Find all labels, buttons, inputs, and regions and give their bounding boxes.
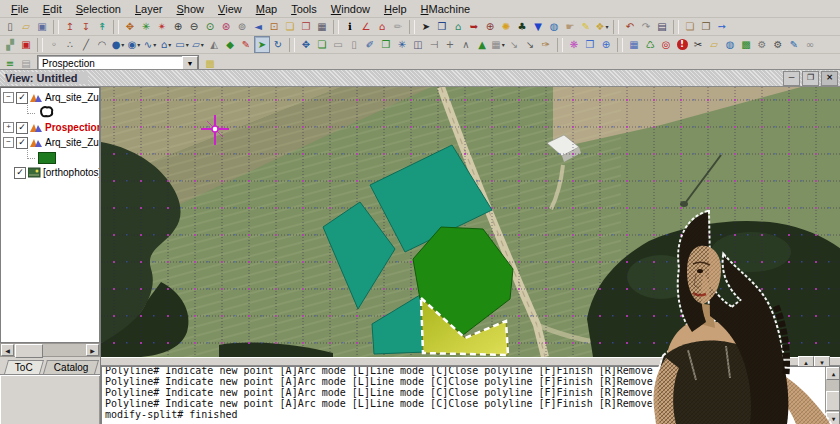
georeferencing-button[interactable]: ♺	[642, 36, 658, 53]
grid-snap-button[interactable]: ▞	[2, 36, 18, 53]
toolbox-button[interactable]: ✂	[690, 36, 706, 53]
raster-tools-button[interactable]: ▩	[738, 36, 754, 53]
insert-point-button[interactable]: ✎	[238, 36, 254, 53]
zoom-to-selection-button[interactable]: ⊛	[218, 18, 234, 35]
draw-rectangle-button[interactable]: ▭▾	[174, 36, 190, 53]
measure-area-button[interactable]: ⌂	[374, 18, 390, 35]
zoom-previous-button[interactable]: ◄	[250, 18, 266, 35]
geoprocess-gears-button[interactable]: ⚙	[770, 36, 786, 53]
select-all-button[interactable]: ◍	[546, 18, 562, 35]
layer-row-Prospection[interactable]: +✓Prospection	[1, 120, 99, 135]
checkbox-Prospection[interactable]: ✓	[16, 122, 28, 134]
open-attribute-window-dropdown-arrow[interactable]: ▾	[605, 19, 608, 34]
menu-selection[interactable]: Selection	[69, 2, 128, 16]
console-scroll-up-button[interactable]: ▲	[826, 367, 840, 380]
complex-geometry-button[interactable]: ◭	[206, 36, 222, 53]
console-scroll-thumb[interactable]	[826, 391, 840, 411]
symbology-button[interactable]: ❋	[566, 36, 582, 53]
command-console[interactable]: Polyline# Indicate new point [A]Arc mode…	[101, 366, 840, 424]
export-image-button[interactable]: ❒	[582, 36, 598, 53]
add-event-theme-button[interactable]: ❐	[298, 18, 314, 35]
zoom-region-button[interactable]: ⊡	[266, 18, 282, 35]
zoom-redraw-button[interactable]: ✴	[154, 18, 170, 35]
minimize-button[interactable]: ─	[783, 71, 800, 86]
hand-point-button[interactable]: ☛	[562, 18, 578, 35]
zoom-pointer-button[interactable]: ⊚	[234, 18, 250, 35]
scroll-right-button[interactable]: ▶	[86, 344, 99, 356]
expander-Arq_site_Zuric[interactable]: −	[3, 137, 14, 148]
draw-polygon-dropdown-arrow[interactable]: ▾	[168, 37, 171, 52]
select-by-zoom-button[interactable]: ⊕	[482, 18, 498, 35]
undo-button[interactable]: ↶	[622, 18, 638, 35]
view-titlebar[interactable]: View: Untitled ─❐✕	[0, 70, 840, 87]
edit-properties-button[interactable]: ✑	[538, 36, 554, 53]
pan-tool-button[interactable]: ✥	[122, 18, 138, 35]
menu-window[interactable]: Window	[324, 2, 377, 16]
matrix-tool-dropdown-arrow[interactable]: ▾	[502, 37, 505, 52]
copy-geometry-button[interactable]: ❏	[314, 36, 330, 53]
crosshair-tool-button[interactable]: +	[442, 36, 458, 53]
draw-ellipse-dropdown-arrow[interactable]: ▾	[137, 37, 140, 52]
layer-row-Arq_site_Zuric[interactable]: −✓Arq_site_Zuric	[1, 135, 99, 150]
console-scrollbar[interactable]: ▲ ▼	[825, 367, 839, 424]
draw-circle-dropdown-arrow[interactable]: ▾	[121, 37, 124, 52]
target-tool-button[interactable]: ◎	[658, 36, 674, 53]
toc-horizontal-scrollbar[interactable]: ◀ ▶	[0, 343, 100, 357]
menu-hmachine[interactable]: HMachine	[414, 2, 478, 16]
edit-pencil-button[interactable]: ✐	[362, 36, 378, 53]
stop-editing-button[interactable]: ▣	[18, 36, 34, 53]
split-geometry-button[interactable]: ◫	[410, 36, 426, 53]
redo-button[interactable]: ↷	[638, 18, 654, 35]
select-by-rectangle-button[interactable]: ❒	[434, 18, 450, 35]
menu-map[interactable]: Map	[249, 2, 284, 16]
export-annotation-button[interactable]: ↥	[62, 18, 78, 35]
rectangle-matrix-button[interactable]: ▯	[346, 36, 362, 53]
draw-polyline-dropdown-arrow[interactable]: ▾	[153, 37, 156, 52]
maximize-button[interactable]: ❐	[802, 71, 819, 86]
error-console-button[interactable]: !	[674, 36, 690, 53]
zoom-to-layer-button[interactable]: ⊙	[202, 18, 218, 35]
menu-tools[interactable]: Tools	[284, 2, 324, 16]
export-link-button[interactable]: ➙	[714, 18, 730, 35]
menu-help[interactable]: Help	[377, 2, 414, 16]
draw-multishape-button[interactable]: ▱▾	[190, 36, 206, 53]
layer-row-Arq_site_Zuric[interactable]: −✓Arq_site_Zuric	[1, 90, 99, 105]
web-map-button[interactable]: ◍	[722, 36, 738, 53]
scroll-thumb[interactable]	[15, 344, 43, 358]
duplicate-feature-button[interactable]: ❒	[378, 36, 394, 53]
draw-multishape-dropdown-arrow[interactable]: ▾	[201, 37, 204, 52]
select-by-lasso-button[interactable]: ➥	[466, 18, 482, 35]
explode-geometry-button[interactable]: ✳	[394, 36, 410, 53]
draw-polyline-button[interactable]: ∿▾	[142, 36, 158, 53]
zoom-out-button[interactable]: ⊖	[186, 18, 202, 35]
new-document-button[interactable]: ▯	[2, 18, 18, 35]
arc-edit-button[interactable]: ∧	[458, 36, 474, 53]
toc-layer-tree[interactable]: −✓Arq_site_Zuric+✓Prospection−✓Arq_site_…	[0, 87, 100, 343]
settings-gear-button[interactable]: ⚙	[754, 36, 770, 53]
paste-document-button[interactable]: ❐	[698, 18, 714, 35]
link-tool-button[interactable]: ∞	[802, 36, 818, 53]
select-by-polygon-button[interactable]: ⌂	[450, 18, 466, 35]
zoom-extents-button[interactable]: ✳	[138, 18, 154, 35]
zoom-in-button[interactable]: ⊕	[170, 18, 186, 35]
select-by-point-button[interactable]: ➤	[418, 18, 434, 35]
tab-catalog[interactable]: Catalog	[43, 360, 99, 374]
attribute-table-button[interactable]: ▤	[654, 18, 670, 35]
rotate-geometry-button[interactable]: ↻	[270, 36, 286, 53]
table-view-button[interactable]: ▦	[626, 36, 642, 53]
draw-arc-button[interactable]: ◠	[94, 36, 110, 53]
draw-point-button[interactable]: ◦	[46, 36, 62, 53]
rectangle-edit-button[interactable]: ▭	[330, 36, 346, 53]
menu-edit[interactable]: Edit	[36, 2, 69, 16]
add-layer-button[interactable]: ❏	[282, 18, 298, 35]
filter-button[interactable]: ▼	[530, 18, 546, 35]
copy-document-button[interactable]: ❏	[682, 18, 698, 35]
draw-rectangle-dropdown-arrow[interactable]: ▾	[186, 37, 189, 52]
select-by-layer-button[interactable]: ♣	[514, 18, 530, 35]
measure-distance-button[interactable]: ∠	[358, 18, 374, 35]
expander-Arq_site_Zuric[interactable]: −	[3, 92, 14, 103]
layer-label[interactable]: [orthophotos]	[43, 167, 99, 178]
close-button[interactable]: ✕	[821, 71, 838, 86]
search-tool-button[interactable]: ⊕	[598, 36, 614, 53]
console-splitter[interactable]: ▲ ▼	[101, 357, 840, 366]
